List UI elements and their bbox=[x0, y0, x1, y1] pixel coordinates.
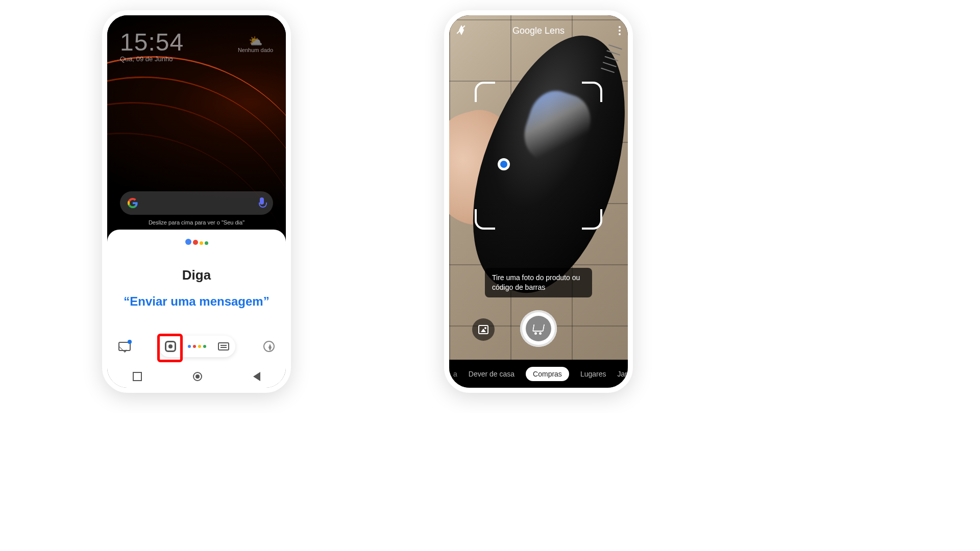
assistant-listen-icon[interactable] bbox=[188, 345, 206, 348]
swipe-up-hint: Deslize para cima para ver o "Seu dia" bbox=[107, 219, 286, 226]
mode-item-homework[interactable]: Dever de casa bbox=[469, 370, 514, 378]
mode-item-truncated-left[interactable]: a bbox=[453, 370, 457, 378]
clock-date: Qua, 09 de Junho bbox=[120, 55, 184, 63]
lens-top-bar: Google Lens bbox=[449, 20, 628, 41]
lens-title: Google Lens bbox=[512, 26, 565, 36]
assistant-example-text: “Enviar uma mensagem” bbox=[107, 294, 286, 309]
mode-item-places[interactable]: Lugares bbox=[580, 370, 606, 378]
updates-icon[interactable] bbox=[118, 342, 131, 351]
lens-mode-strip[interactable]: a Dever de casa Compras Lugares Jantar bbox=[449, 360, 628, 388]
clock-time: 15:54 bbox=[120, 28, 184, 56]
assistant-say-label: Diga bbox=[107, 267, 286, 283]
explore-icon[interactable] bbox=[263, 341, 275, 352]
lens-focus-point[interactable] bbox=[498, 158, 510, 170]
mode-item-shopping-active[interactable]: Compras bbox=[526, 367, 569, 381]
lens-shutter-button[interactable] bbox=[520, 310, 557, 347]
weather-icon: ⛅ bbox=[238, 36, 273, 47]
google-logo-icon bbox=[127, 197, 138, 209]
lens-focus-frame bbox=[475, 82, 602, 230]
home-wallpaper: 15:54 Qua, 09 de Junho ⛅ Nenhum dado Des… bbox=[107, 15, 286, 235]
android-nav-bar bbox=[107, 365, 286, 388]
flash-off-icon[interactable] bbox=[456, 25, 465, 36]
phone-assistant: 15:54 Qua, 09 de Junho ⛅ Nenhum dado Des… bbox=[102, 10, 291, 393]
assistant-bottom-sheet: Diga “Enviar uma mensagem” bbox=[107, 230, 286, 388]
mode-item-dining[interactable]: Jantar bbox=[617, 370, 628, 378]
weather-label: Nenhum dado bbox=[238, 47, 273, 53]
weather-widget[interactable]: ⛅ Nenhum dado bbox=[238, 36, 273, 53]
nav-back-button[interactable] bbox=[253, 372, 260, 381]
lens-camera-viewport[interactable]: Google Lens Tire uma foto do produto ou … bbox=[449, 15, 628, 388]
more-options-icon[interactable] bbox=[619, 26, 621, 35]
annotation-highlight-lens bbox=[157, 334, 183, 362]
google-search-bar[interactable] bbox=[120, 191, 273, 215]
voice-search-icon[interactable] bbox=[258, 197, 266, 209]
assistant-action-row bbox=[107, 335, 286, 358]
keyboard-icon[interactable] bbox=[218, 342, 229, 350]
phone-google-lens: Google Lens Tire uma foto do produto ou … bbox=[444, 10, 633, 393]
gallery-icon bbox=[478, 325, 488, 334]
shutter-inner bbox=[526, 316, 551, 341]
nav-home-button[interactable] bbox=[193, 372, 202, 381]
assistant-logo-icon bbox=[185, 239, 208, 245]
shopping-cart-icon bbox=[533, 323, 544, 334]
nav-recent-button[interactable] bbox=[133, 372, 142, 381]
lens-hint-card: Tire uma foto do produto ou código de ba… bbox=[485, 268, 592, 297]
open-gallery-button[interactable] bbox=[472, 318, 495, 341]
lockscreen-clock: 15:54 Qua, 09 de Junho bbox=[120, 28, 184, 63]
